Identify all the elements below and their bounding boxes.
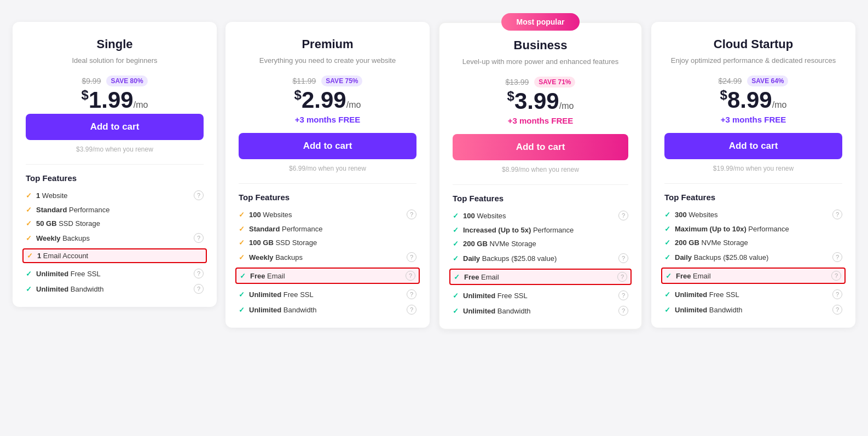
- check-icon-single-2: ✓: [26, 219, 32, 228]
- add-to-cart-btn-cloud[interactable]: Add to cart: [664, 133, 842, 159]
- feature-left-single-3: ✓ Weekly Backups: [26, 234, 90, 242]
- feature-item-cloud-4: ✓ Free Email ?: [661, 268, 846, 284]
- renew-text-single: $3.99/mo when you renew: [26, 146, 204, 153]
- info-icon-business-5[interactable]: ?: [618, 290, 628, 300]
- info-icon-business-6[interactable]: ?: [618, 306, 628, 316]
- check-icon-cloud-1: ✓: [664, 225, 670, 233]
- divider-premium: [239, 183, 416, 184]
- info-icon-cloud-4[interactable]: ?: [831, 271, 841, 281]
- price-row-business: $13.99 SAVE 71%: [453, 77, 628, 88]
- info-icon-cloud-6[interactable]: ?: [832, 305, 842, 315]
- feature-item-single-1: ✓ Standard Performance: [26, 206, 204, 214]
- feature-text-cloud-1: Maximum (Up to 10x) Performance: [675, 225, 789, 233]
- feature-left-cloud-3: ✓ Daily Backups ($25.08 value): [664, 253, 768, 261]
- feature-list-business: ✓ 100 Websites ? ✓ Increased (Up to 5x) …: [453, 211, 628, 316]
- feature-item-single-5: ✓ Unlimited Free SSL ?: [26, 269, 204, 278]
- info-icon-cloud-3[interactable]: ?: [832, 252, 842, 262]
- feature-item-premium-1: ✓ Standard Performance: [239, 225, 416, 233]
- info-icon-premium-5[interactable]: ?: [407, 289, 416, 299]
- feature-left-business-4: ✓ Free Email: [454, 273, 499, 281]
- feature-left-cloud-0: ✓ 300 Websites: [664, 211, 718, 219]
- save-badge-business: SAVE 71%: [534, 77, 575, 88]
- price-row-cloud: $24.99 SAVE 64%: [664, 75, 842, 86]
- feature-list-single: ✓ 1 Website ? ✓ Standard Performance ✓ 5…: [26, 190, 204, 294]
- check-icon-cloud-4: ✓: [666, 272, 672, 280]
- feature-left-business-0: ✓ 100 Websites: [453, 212, 506, 220]
- plan-desc-single: Ideal solution for beginners: [26, 56, 204, 66]
- check-icon-single-1: ✓: [26, 206, 32, 214]
- info-icon-cloud-0[interactable]: ?: [832, 210, 842, 219]
- info-icon-single-0[interactable]: ?: [194, 190, 204, 200]
- info-icon-cloud-5[interactable]: ?: [832, 289, 842, 299]
- info-icon-single-3[interactable]: ?: [194, 233, 204, 243]
- renew-text-premium: $6.99/mo when you renew: [239, 165, 416, 172]
- feature-text-single-2: 50 GB SSD Storage: [36, 219, 100, 228]
- plan-desc-cloud: Enjoy optimized performance & dedicated …: [664, 56, 842, 66]
- info-icon-premium-0[interactable]: ?: [407, 210, 416, 219]
- add-to-cart-btn-single[interactable]: Add to cart: [26, 114, 204, 140]
- feature-text-cloud-4: Free Email: [676, 272, 711, 280]
- feature-item-business-6: ✓ Unlimited Bandwidth ?: [453, 306, 628, 316]
- add-to-cart-btn-business[interactable]: Add to cart: [453, 134, 628, 160]
- info-icon-business-3[interactable]: ?: [618, 253, 628, 263]
- feature-text-premium-3: Weekly Backups: [249, 253, 303, 261]
- save-badge-single: SAVE 80%: [106, 75, 147, 86]
- info-icon-premium-3[interactable]: ?: [407, 252, 416, 262]
- plan-name-business: Business: [453, 38, 628, 53]
- feature-text-premium-0: 100 Websites: [249, 211, 292, 219]
- feature-left-premium-1: ✓ Standard Performance: [239, 225, 322, 233]
- check-icon-business-6: ✓: [453, 307, 459, 315]
- pricing-grid: SingleIdeal solution for beginners $9.99…: [13, 22, 855, 330]
- check-icon-premium-4: ✓: [240, 272, 246, 280]
- check-icon-premium-5: ✓: [239, 290, 245, 299]
- price-row-single: $9.99 SAVE 80%: [26, 75, 204, 86]
- current-price-premium: $2.99/mo: [239, 89, 416, 112]
- feature-left-cloud-4: ✓ Free Email: [666, 272, 711, 280]
- check-icon-single-3: ✓: [26, 234, 32, 242]
- feature-text-business-3: Daily Backups ($25.08 value): [463, 254, 557, 263]
- add-to-cart-btn-premium[interactable]: Add to cart: [239, 133, 416, 159]
- check-icon-business-1: ✓: [453, 226, 459, 234]
- check-icon-cloud-5: ✓: [664, 290, 670, 299]
- original-price-premium: $11.99: [293, 77, 316, 85]
- free-months-premium: +3 months FREE: [239, 115, 416, 124]
- feature-item-cloud-3: ✓ Daily Backups ($25.08 value) ?: [664, 252, 842, 262]
- plan-card-cloud: Cloud StartupEnjoy optimized performance…: [651, 22, 855, 328]
- feature-item-single-6: ✓ Unlimited Bandwidth ?: [26, 284, 204, 294]
- info-icon-single-6[interactable]: ?: [194, 284, 204, 294]
- feature-text-single-5: Unlimited Free SSL: [36, 270, 101, 278]
- feature-left-business-1: ✓ Increased (Up to 5x) Performance: [453, 226, 574, 234]
- feature-text-single-1: Standard Performance: [36, 206, 109, 214]
- check-icon-business-3: ✓: [453, 254, 459, 263]
- info-icon-premium-4[interactable]: ?: [406, 271, 415, 281]
- info-icon-business-0[interactable]: ?: [618, 211, 628, 220]
- feature-left-premium-0: ✓ 100 Websites: [239, 211, 292, 219]
- info-icon-single-5[interactable]: ?: [194, 269, 204, 278]
- feature-item-premium-2: ✓ 100 GB SSD Storage: [239, 239, 416, 247]
- save-badge-premium: SAVE 75%: [321, 75, 362, 86]
- feature-text-single-6: Unlimited Bandwidth: [36, 285, 104, 293]
- feature-item-premium-4: ✓ Free Email ?: [235, 268, 420, 284]
- feature-left-single-0: ✓ 1 Website: [26, 191, 68, 200]
- check-icon-business-0: ✓: [453, 212, 459, 220]
- feature-text-cloud-3: Daily Backups ($25.08 value): [675, 253, 768, 261]
- feature-item-business-2: ✓ 200 GB NVMe Storage: [453, 240, 628, 248]
- check-icon-cloud-2: ✓: [664, 239, 670, 247]
- info-icon-premium-6[interactable]: ?: [407, 305, 416, 315]
- feature-item-business-5: ✓ Unlimited Free SSL ?: [453, 290, 628, 300]
- info-icon-business-4[interactable]: ?: [617, 272, 627, 282]
- feature-item-business-0: ✓ 100 Websites ?: [453, 211, 628, 220]
- features-title-cloud: Top Features: [664, 193, 842, 202]
- feature-item-premium-3: ✓ Weekly Backups ?: [239, 252, 416, 262]
- current-price-cloud: $8.99/mo: [664, 89, 842, 112]
- check-icon-single-4: ✓: [27, 252, 33, 260]
- current-price-single: $1.99/mo: [26, 89, 204, 112]
- feature-list-premium: ✓ 100 Websites ? ✓ Standard Performance …: [239, 210, 416, 315]
- most-popular-badge: Most popular: [501, 13, 580, 31]
- check-icon-business-2: ✓: [453, 240, 459, 248]
- check-icon-premium-0: ✓: [239, 211, 245, 219]
- renew-text-business: $8.99/mo when you renew: [453, 166, 628, 173]
- feature-text-business-0: 100 Websites: [463, 212, 506, 220]
- feature-text-business-4: Free Email: [464, 273, 499, 281]
- features-title-premium: Top Features: [239, 193, 416, 202]
